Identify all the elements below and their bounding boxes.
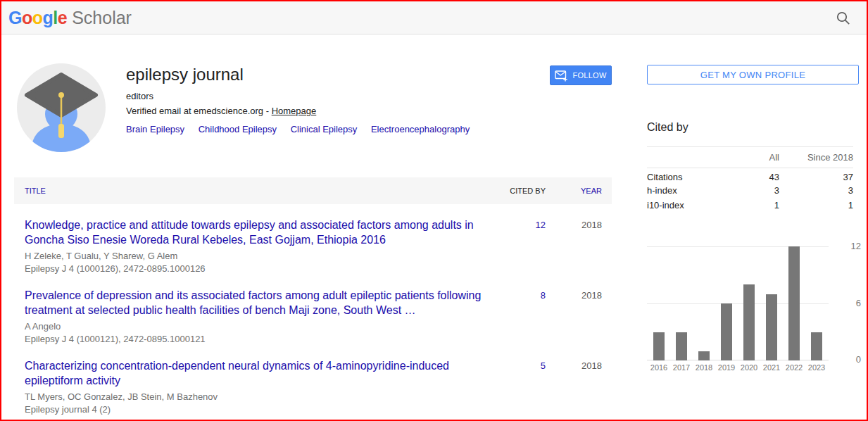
- interest-link-clinical-epilepsy[interactable]: Clinical Epilepsy: [291, 124, 358, 134]
- metric-value-all: 1: [719, 198, 779, 213]
- citations-per-year-chart: [647, 246, 829, 360]
- follow-button[interactable]: FOLLOW: [550, 65, 612, 85]
- chart-bar-2018[interactable]: [698, 351, 710, 361]
- x-tick-label: 2017: [676, 363, 687, 372]
- cited-by-heading: Cited by: [647, 121, 688, 134]
- get-my-own-profile-button[interactable]: GET MY OWN PROFILE: [647, 65, 859, 84]
- envelope-plus-icon: [555, 70, 568, 82]
- logo-letter: G: [8, 8, 22, 27]
- logo-scholar-text: Scholar: [72, 8, 132, 27]
- y-tick-label: 0: [831, 354, 861, 365]
- google-scholar-logo[interactable]: GoogleScholar: [8, 8, 132, 28]
- x-tick-label: 2021: [766, 363, 777, 372]
- article-authors: H Zeleke, T Gualu, Y Sharew, G Alem: [25, 250, 503, 262]
- chart-bar-2019[interactable]: [721, 303, 732, 360]
- profile-interests: Brain Epilepsy Childhood Epilepsy Clinic…: [126, 123, 541, 136]
- article-authors: A Angelo: [25, 320, 503, 332]
- homepage-link[interactable]: Homepage: [272, 106, 317, 116]
- logo-letter: o: [22, 8, 32, 27]
- metrics-row-i10-index: i10-index 1 1: [647, 198, 853, 213]
- article-year: 2018: [546, 218, 602, 275]
- metric-value-since: 1: [779, 198, 853, 213]
- article-cited-by-link[interactable]: 8: [503, 288, 546, 345]
- article-year: 2018: [546, 358, 602, 415]
- metrics-row-h-index: h-index 3 3: [647, 183, 853, 198]
- google-scholar-profile-page: GoogleScholar epilepsy journal ed: [0, 0, 868, 421]
- article-cited-by-link[interactable]: 5: [503, 358, 546, 415]
- article-row: Knowledge, practice and attitude towards…: [14, 218, 612, 275]
- article-venue: Epilepsy J 4 (1000121), 2472-0895.100012…: [25, 333, 503, 345]
- chart-bar-2023[interactable]: [811, 332, 822, 361]
- right-sidebar: GET MY OWN PROFILE Cited by All Since 20…: [647, 1, 859, 421]
- interest-link-childhood-epilepsy[interactable]: Childhood Epilepsy: [199, 124, 277, 134]
- article-title-link[interactable]: Knowledge, practice and attitude towards…: [25, 218, 503, 247]
- x-tick-label: 2020: [743, 363, 755, 372]
- sort-by-title-link[interactable]: TITLE: [25, 187, 503, 195]
- profile-role: editors: [126, 90, 541, 103]
- verified-email-text: Verified email at emedscience.org -: [126, 106, 272, 116]
- article-title-link[interactable]: Prevalence of depression and its associa…: [25, 288, 503, 318]
- metric-label: h-index: [647, 183, 719, 198]
- y-tick-label: 6: [831, 298, 861, 308]
- metrics-col-all: All: [719, 147, 779, 168]
- publications-table: TITLE CITED BY YEAR Knowledge, practice …: [14, 177, 612, 421]
- cited-by-column-header: CITED BY: [503, 187, 546, 195]
- logo-letter: g: [43, 8, 54, 27]
- chart-bar-2022[interactable]: [788, 246, 800, 360]
- article-venue: Epilepsy J 4 (1000126), 2472-0895.100012…: [25, 263, 503, 275]
- chart-bar-2016[interactable]: [653, 332, 665, 361]
- chart-bar-2020[interactable]: [743, 284, 755, 360]
- article-authors: TL Myers, OC Gonzalez, JB Stein, M Bazhe…: [25, 391, 503, 403]
- article-title-link[interactable]: Characterizing concentration-dependent n…: [25, 358, 503, 388]
- chart-bar-2021[interactable]: [766, 294, 777, 361]
- metric-value-since: 37: [779, 168, 853, 183]
- x-tick-label: 2022: [788, 363, 800, 372]
- chart-x-axis-labels: 2016 2017 2018 2019 2020 2021 2022 2023: [647, 363, 829, 372]
- x-tick-label: 2016: [653, 363, 665, 372]
- chart-bar-2017[interactable]: [676, 332, 687, 361]
- article-row: Prevalence of depression and its associa…: [14, 288, 612, 345]
- logo-letter: o: [32, 8, 43, 27]
- interest-link-brain-epilepsy[interactable]: Brain Epilepsy: [126, 124, 184, 134]
- y-tick-label: 12: [831, 241, 861, 251]
- profile-info: epilepsy journal editors Verified email …: [126, 65, 541, 136]
- x-tick-label: 2018: [698, 363, 710, 372]
- article-venue: Epilepsy journal 4 (2): [25, 403, 503, 415]
- x-tick-label: 2023: [811, 363, 822, 372]
- avatar[interactable]: [17, 63, 106, 152]
- sort-by-year-link[interactable]: YEAR: [546, 187, 602, 195]
- metric-label: Citations: [647, 168, 719, 183]
- article-row: Characterizing concentration-dependent n…: [14, 358, 612, 415]
- metrics-row-citations: Citations 43 37: [647, 168, 853, 183]
- article-year: 2018: [546, 288, 602, 345]
- publications-header-row: TITLE CITED BY YEAR: [14, 177, 612, 204]
- citation-metrics-table: All Since 2018 Citations 43 37 h-index 3…: [647, 146, 853, 213]
- metrics-col-since: Since 2018: [779, 147, 853, 168]
- profile-verified: Verified email at emedscience.org - Home…: [126, 105, 541, 118]
- article-cited-by-link[interactable]: 12: [503, 218, 546, 275]
- logo-letter: e: [58, 8, 67, 27]
- metric-value-all: 3: [719, 183, 779, 198]
- metric-value-all: 43: [719, 168, 779, 183]
- follow-button-label: FOLLOW: [572, 71, 606, 80]
- interest-link-electroencephalography[interactable]: Electroencephalography: [371, 124, 470, 134]
- metric-label: i10-index: [647, 198, 719, 213]
- metric-value-since: 3: [779, 183, 853, 198]
- profile-name: epilepsy journal: [126, 65, 541, 84]
- x-tick-label: 2019: [721, 363, 732, 372]
